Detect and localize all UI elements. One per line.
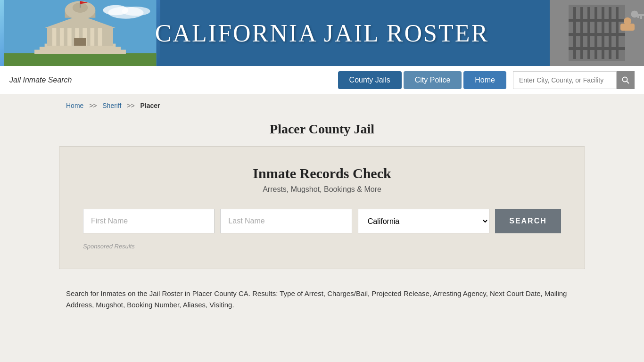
state-select[interactable]: AlabamaAlaskaArizonaArkansasCaliforniaCo… — [358, 209, 489, 233]
sponsored-results-label: Sponsored Results — [83, 243, 561, 250]
svg-rect-33 — [569, 33, 625, 36]
nav-brand: Jail Inmate Search — [9, 76, 338, 84]
capitol-svg — [0, 0, 160, 66]
breadcrumb-separator-2: >> — [125, 102, 136, 109]
svg-rect-11 — [67, 28, 72, 46]
header-banner: California Jail Roster — [0, 0, 644, 66]
nav-bar: Jail Inmate Search County Jails City Pol… — [0, 66, 644, 94]
svg-line-42 — [627, 81, 629, 83]
page-title-section: Placer County Jail — [0, 117, 644, 146]
description-section: Search for Inmates on the Jail Roster in… — [0, 279, 644, 320]
svg-rect-4 — [4, 53, 156, 66]
nav-search-container — [513, 71, 635, 89]
page-title: Placer County Jail — [0, 122, 644, 137]
nav-search-input[interactable] — [513, 71, 617, 89]
city-police-button[interactable]: City Police — [404, 71, 462, 89]
svg-rect-15 — [98, 28, 102, 46]
svg-rect-39 — [640, 16, 642, 19]
svg-rect-22 — [74, 38, 86, 46]
breadcrumb-current: Placer — [140, 102, 160, 109]
header-right-image — [550, 0, 644, 66]
search-form-button[interactable]: SEARCH — [495, 209, 561, 233]
header-left-image — [0, 0, 160, 66]
svg-rect-40 — [637, 16, 639, 18]
jail-door-svg — [550, 0, 644, 66]
site-title: California Jail Roster — [155, 19, 489, 47]
nav-buttons: County Jails City Police Home — [338, 71, 508, 89]
records-check-box: Inmate Records Check Arrests, Mugshot, B… — [59, 146, 585, 269]
svg-rect-34 — [569, 47, 625, 50]
svg-point-36 — [624, 17, 631, 25]
svg-rect-38 — [635, 14, 644, 16]
home-button[interactable]: Home — [463, 71, 506, 89]
search-form-row: AlabamaAlaskaArizonaArkansasCaliforniaCo… — [83, 209, 561, 233]
search-icon — [622, 76, 629, 84]
last-name-input[interactable] — [220, 209, 352, 233]
breadcrumb-separator-1: >> — [87, 102, 99, 109]
records-check-subtitle: Arrests, Mugshot, Bookings & More — [83, 185, 561, 194]
county-jails-button[interactable]: County Jails — [338, 71, 402, 89]
first-name-input[interactable] — [83, 209, 215, 233]
records-check-title: Inmate Records Check — [83, 165, 561, 181]
description-text: Search for Inmates on the Jail Roster in… — [66, 288, 578, 311]
breadcrumb-sheriff[interactable]: Sheriff — [102, 102, 121, 109]
svg-rect-14 — [91, 28, 95, 46]
svg-point-41 — [623, 77, 627, 82]
breadcrumb: Home >> Sheriff >> Placer — [0, 94, 644, 117]
svg-rect-32 — [569, 19, 625, 22]
breadcrumb-home[interactable]: Home — [66, 102, 83, 109]
svg-rect-9 — [52, 28, 57, 46]
svg-rect-10 — [60, 28, 64, 46]
nav-search-button[interactable] — [617, 71, 635, 89]
svg-point-3 — [122, 7, 150, 16]
